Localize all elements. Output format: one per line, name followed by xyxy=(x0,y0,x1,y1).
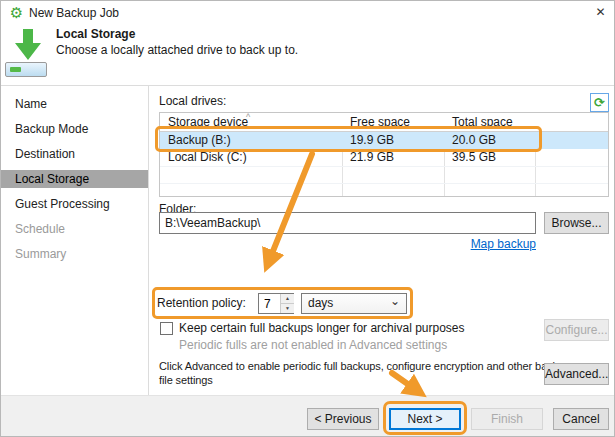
cell-device: Local Disk (C:) xyxy=(168,149,247,166)
cell-total: 39.5 GB xyxy=(452,149,496,166)
finish-button: Finish xyxy=(471,408,543,430)
sidebar-item-guest-processing[interactable]: Guest Processing xyxy=(1,192,148,217)
local-drives-table: ^ Storage device Free space Total space … xyxy=(159,112,609,197)
column-header-free-space[interactable]: Free space xyxy=(350,115,410,130)
configure-button: Configure... xyxy=(544,319,609,341)
cell-device: Backup (B:) xyxy=(168,132,231,149)
keep-full-backups-label[interactable]: Keep certain full backups longer for arc… xyxy=(179,321,465,335)
retention-unit-select[interactable]: days ⌄ xyxy=(301,293,407,314)
green-down-arrow-icon xyxy=(8,29,48,62)
cell-total: 20.0 GB xyxy=(452,132,496,149)
advanced-button[interactable]: Advanced... xyxy=(544,363,609,385)
stepper-buttons: ▲ ▼ xyxy=(280,294,293,313)
next-button[interactable]: Next > xyxy=(389,408,461,430)
close-icon[interactable]: ✕ xyxy=(592,4,609,21)
step-subtitle: Choose a locally attached drive to back … xyxy=(56,43,298,57)
chevron-down-icon: ⌄ xyxy=(390,294,400,308)
cell-free: 19.9 GB xyxy=(350,132,394,149)
gear-icon: ⚙ xyxy=(8,4,25,21)
table-row-local-disk-c[interactable]: Local Disk (C:) 21.9 GB 39.5 GB xyxy=(160,149,608,166)
table-header: ^ Storage device Free space Total space xyxy=(160,113,608,132)
column-header-total-space[interactable]: Total space xyxy=(452,115,513,130)
sidebar-item-backup-mode[interactable]: Backup Mode xyxy=(1,117,148,142)
sidebar-divider xyxy=(148,86,149,395)
window-title: New Backup Job xyxy=(29,6,119,20)
advanced-hint-line1: Click Advanced to enable periodic full b… xyxy=(159,360,570,372)
cell-free: 21.9 GB xyxy=(350,149,394,166)
sidebar-item-destination[interactable]: Destination xyxy=(1,142,148,167)
sidebar-item-local-storage[interactable]: Local Storage xyxy=(1,170,148,188)
retention-policy-label: Retention policy: xyxy=(157,296,246,310)
new-backup-job-dialog: ⚙ New Backup Job ✕ Local Storage Choose … xyxy=(0,0,615,437)
previous-button[interactable]: < Previous xyxy=(307,408,379,430)
retention-days-stepper[interactable]: ▲ ▼ xyxy=(258,293,294,314)
table-row-empty xyxy=(160,183,608,196)
keep-full-backups-checkbox[interactable] xyxy=(160,322,173,335)
sidebar-item-name[interactable]: Name xyxy=(1,92,148,117)
refresh-icon[interactable]: ⟳ xyxy=(590,93,609,112)
sidebar-item-schedule: Schedule xyxy=(1,217,148,242)
advanced-hint-line2: file settings xyxy=(159,374,213,386)
wizard-steps-sidebar: Name Backup Mode Destination Local Stora… xyxy=(1,86,148,395)
periodic-fulls-note: Periodic fulls are not enabled in Advanc… xyxy=(179,338,447,352)
retention-unit-value: days xyxy=(308,296,333,311)
folder-path-input[interactable] xyxy=(159,212,536,234)
stepper-down-icon[interactable]: ▼ xyxy=(281,304,294,313)
retention-value-input[interactable] xyxy=(259,294,279,313)
drive-icon xyxy=(5,62,47,77)
title-bar: ⚙ New Backup Job ✕ xyxy=(1,1,614,25)
table-row-backup-b[interactable]: Backup (B:) 19.9 GB 20.0 GB xyxy=(160,132,608,149)
table-row-empty xyxy=(160,166,608,183)
annotation-arrow-to-next xyxy=(392,373,412,387)
browse-button[interactable]: Browse... xyxy=(544,212,609,234)
cancel-button[interactable]: Cancel xyxy=(553,408,609,430)
sidebar-item-summary: Summary xyxy=(1,242,148,267)
map-backup-link[interactable]: Map backup xyxy=(471,237,536,251)
stepper-up-icon[interactable]: ▲ xyxy=(281,294,294,304)
column-header-storage-device[interactable]: Storage device xyxy=(168,115,248,130)
step-title: Local Storage xyxy=(56,27,135,41)
local-drives-label: Local drives: xyxy=(159,94,226,108)
